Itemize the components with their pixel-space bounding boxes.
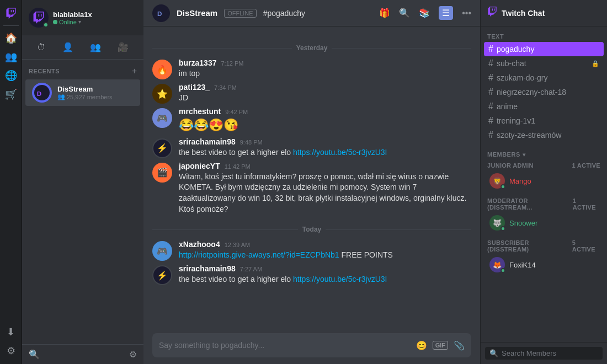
avatar: 🐺	[489, 215, 505, 231]
channel-item-szoty[interactable]: # szoty-ze-streamów	[484, 128, 604, 142]
member-name: FoxiK14	[509, 261, 536, 269]
yesterday-label: Yesterday	[296, 44, 328, 52]
search-button[interactable]: 🔍	[29, 349, 40, 360]
svg-text:D: D	[37, 90, 41, 97]
main-content: D DisStream OFFLINE #pogaduchy 🎁 🔍 📚 ☰ •…	[143, 0, 480, 364]
server-header-logo: D	[152, 4, 170, 22]
sidebar: blablabla1x Online ▾ ⏱ 👤 👥 🎥 RECENTS + D…	[22, 0, 143, 364]
channel-item-anime[interactable]: # anime	[484, 99, 604, 114]
channel-status-badge: OFFLINE	[224, 9, 256, 18]
search-members-icon: 🔍	[489, 349, 498, 357]
server-icon: D	[32, 83, 52, 103]
search-members-section: 🔍	[481, 342, 607, 364]
status-dot	[500, 226, 505, 231]
role-header: SUBSCRIBER (DISSTREAM) 5 Active	[481, 237, 607, 255]
input-area: 😊 GIF 📎	[143, 326, 480, 364]
today-label: Today	[302, 226, 321, 233]
servers-icon[interactable]: 🌐	[2, 67, 20, 84]
role-group-subscriber: SUBSCRIBER (DISSTREAM) 5 Active 🦊 FoxiK1…	[481, 237, 607, 275]
more-icon[interactable]: •••	[462, 8, 471, 18]
attachment-icon[interactable]: 📎	[454, 340, 465, 351]
online-status-dot	[43, 22, 49, 28]
status-dot	[500, 268, 505, 273]
disstream-logo: D	[34, 85, 50, 100]
avatar: ⚡	[152, 265, 172, 285]
server-list-item[interactable]: D DisStream 👥 25,927 members	[25, 79, 140, 106]
sidebar-action-bar: ⏱ 👤 👥 🎥	[22, 35, 143, 60]
twitch-panel-icon	[487, 7, 497, 19]
sidebar-bottom: 🔍 ⚙	[22, 344, 143, 364]
message-author: pati123_	[179, 83, 210, 92]
channel-item-pogaduchy[interactable]: # pogaduchy	[484, 42, 604, 56]
avatar: 🎮	[152, 108, 172, 128]
layers-icon[interactable]: 📚	[419, 8, 430, 18]
channel-item-subchat[interactable]: # sub-chat 🔒	[484, 56, 604, 71]
user-status: Online ▾	[53, 19, 92, 25]
members-header[interactable]: MEMBERS ▾	[481, 147, 607, 160]
search-members-input[interactable]	[502, 349, 598, 357]
right-panel-header: Twitch Chat	[481, 0, 607, 26]
role-count: 5 Active	[572, 239, 600, 253]
friends-icon[interactable]: 👤	[60, 40, 76, 55]
members-arrow-icon: ▾	[523, 152, 526, 158]
table-row: 🎮 mrchestunt 9:42 PM 😂😂😍😘	[152, 106, 471, 135]
list-item[interactable]: 🦊 FoxiK14	[483, 255, 605, 275]
message-time: 9:42 PM	[225, 109, 248, 115]
channel-list: # pogaduchy # sub-chat 🔒 # szukam-do-gry…	[481, 42, 607, 142]
channel-item-niegrzeczny[interactable]: # niegrzeczny-chat-18	[484, 85, 604, 99]
video-icon[interactable]: 🎥	[115, 40, 131, 55]
table-row: 🎮 xNazhooo4 12:39 AM http://riotpoints.g…	[152, 239, 471, 262]
add-dm-button[interactable]: +	[132, 66, 137, 76]
table-row: ⚡ srirachamain98 7:27 AM the best video …	[152, 263, 471, 286]
message-link[interactable]: https://youtu.be/5c-r3jvzU3I	[293, 275, 387, 283]
download-icon[interactable]: ⬇	[2, 323, 20, 341]
message-link[interactable]: https://youtu.be/5c-r3jvzU3I	[293, 148, 387, 157]
emoji-icon[interactable]: 😊	[416, 340, 427, 351]
friends-icon[interactable]: 👥	[2, 48, 20, 66]
member-name: Mango	[509, 177, 531, 185]
store-icon[interactable]: 🛒	[2, 85, 20, 103]
icon-bar: 🏠 👥 🌐 🛒 ⬇ ⚙	[0, 0, 22, 364]
list-item[interactable]: 🦁 Mango	[483, 171, 605, 191]
role-header: JUNIOR ADMIN 1 Active	[481, 160, 607, 171]
message-time: 9:48 PM	[240, 139, 263, 146]
settings-button[interactable]: ⚙	[129, 349, 137, 360]
list-item[interactable]: 🐺 Snoower	[483, 213, 605, 233]
table-row: 🔥 burza1337 7:12 PM im top	[152, 57, 471, 81]
text-section-label: TEXT	[481, 26, 607, 42]
role-group-junior-admin: JUNIOR ADMIN 1 Active 🦁 Mango	[481, 160, 607, 191]
message-time: 11:42 PM	[225, 163, 251, 170]
header-icons: 🎁 🔍 📚 ☰ •••	[379, 6, 471, 20]
table-row: 🎬 japoniecYT 11:42 PM Witam, ktoś jest t…	[152, 160, 471, 216]
message-author: srirachamain98	[179, 137, 236, 146]
svg-text:D: D	[157, 9, 162, 17]
message-link[interactable]: http://riotpoints.give-aways.net/?id=EZC…	[179, 250, 339, 259]
gift-icon[interactable]: 🎁	[379, 8, 390, 18]
server-name: DisStream	[57, 85, 134, 93]
gif-button[interactable]: GIF	[433, 341, 448, 350]
twitch-chat-title: Twitch Chat	[502, 9, 545, 18]
message-time: 7:34 PM	[214, 84, 237, 91]
message-text: the best video to get a higher elo https…	[179, 147, 471, 158]
avatar: 🔥	[152, 60, 172, 79]
message-author: burza1337	[179, 58, 216, 67]
channel-item-szukam[interactable]: # szukam-do-gry	[484, 71, 604, 85]
add-friend-icon[interactable]: 👥	[88, 40, 103, 55]
header-channel-name: #pogaduchy	[263, 9, 305, 18]
search-icon[interactable]: 🔍	[399, 8, 410, 18]
role-group-moderator: MODERATOR (DISSTREAM... 1 Active 🐺 Snoow…	[481, 195, 607, 233]
message-text: im top	[179, 68, 471, 79]
settings-icon[interactable]: ⚙	[2, 342, 20, 360]
home-icon[interactable]: 🏠	[2, 29, 20, 47]
channel-item-trening[interactable]: # trening-1v1	[484, 114, 604, 128]
user-panel: blablabla1x Online ▾	[22, 0, 143, 35]
message-text: 😂😂😍😘	[179, 117, 471, 134]
message-input[interactable]	[159, 341, 416, 350]
twitch-icon[interactable]	[2, 4, 20, 22]
avatar	[29, 8, 49, 28]
status-arrow[interactable]: ▾	[78, 19, 81, 25]
message-author: srirachamain98	[179, 264, 236, 273]
recents-label: RECENTS	[29, 68, 60, 74]
clock-icon[interactable]: ⏱	[35, 40, 48, 55]
menu-icon[interactable]: ☰	[439, 6, 453, 20]
